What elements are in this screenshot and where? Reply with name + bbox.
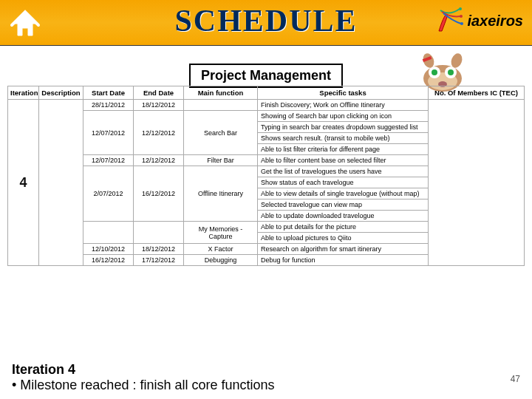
svg-point-9 <box>448 69 454 75</box>
col-main-function: Main function <box>184 86 258 100</box>
brand-text: iaxeiros <box>467 13 523 30</box>
footer-heading: Iteration 4 <box>12 362 275 378</box>
start-date-cell: 28/11/2012 <box>83 100 134 111</box>
col-start-date: Start Date <box>83 86 134 100</box>
home-icon[interactable] <box>6 3 44 41</box>
col-description: Description <box>39 86 83 100</box>
page-number: 47 <box>511 374 520 384</box>
col-iteration: Iteration <box>8 86 39 100</box>
task-cell: Able to upload pictures to Qiito <box>258 233 429 244</box>
start-date-cell: 12/07/2012 <box>83 111 134 155</box>
end-date-cell: 16/12/2012 <box>134 166 184 222</box>
footer-notes: Iteration 4 • Milestone reached : finish… <box>12 362 275 393</box>
end-date-cell: 18/12/2012 <box>134 100 184 111</box>
task-cell: Shows search result. (transit to mobile … <box>258 133 429 144</box>
task-cell: Research on algorithm for smart itinerar… <box>258 244 429 255</box>
start-date-cell: 12/10/2012 <box>83 244 134 255</box>
task-cell: Able to put details for the picture <box>258 222 429 233</box>
task-cell: Able to list filter criteria for differe… <box>258 144 429 155</box>
col-members: No. Of Members IC (TEC) <box>429 86 525 100</box>
task-cell: Debug for function <box>258 255 429 266</box>
iteration-cell: 4 <box>8 100 39 266</box>
task-cell: Able to view details of single travelogu… <box>258 188 429 200</box>
task-cell: Able to filter content base on selected … <box>258 155 429 166</box>
main-function-cell: Filter Bar <box>184 155 258 166</box>
svg-point-1 <box>459 7 462 10</box>
footer-bullet: • Milestone reached : finish all core fu… <box>12 378 275 393</box>
table-header-row: Iteration Description Start Date End Dat… <box>8 86 525 100</box>
main-function-cell: Debugging <box>184 255 258 266</box>
task-cell: Showing of Search bar upon clicking on i… <box>258 111 429 122</box>
brand-logo: iaxeiros <box>434 6 523 35</box>
svg-point-8 <box>432 69 437 75</box>
task-cell: Typing in search bar creates dropdown su… <box>258 122 429 133</box>
start-date-cell: 16/12/2012 <box>83 255 134 266</box>
table-row: 428/11/201218/12/2012Finish Discovery; W… <box>8 100 525 111</box>
end-date-cell: 17/12/2012 <box>134 255 184 266</box>
main-function-cell: Offline Itinerary <box>184 166 258 222</box>
footer-bullet-text: Milestone reached : finish all core func… <box>20 378 274 392</box>
task-cell: Able to update downloaded travelogue <box>258 211 429 222</box>
task-cell: Selected travelogue can view map <box>258 200 429 211</box>
col-specific-tasks: Specific tasks <box>258 86 429 100</box>
page-title: SCHEDULE <box>174 3 357 38</box>
description-cell <box>39 100 83 266</box>
main-function-cell: My Memories - Capture <box>184 222 258 244</box>
start-date-cell <box>83 222 134 244</box>
svg-point-3 <box>460 22 463 25</box>
end-date-cell: 18/12/2012 <box>134 244 184 255</box>
main-function-cell: X Factor <box>184 244 258 255</box>
callout-label: Project Management <box>201 68 331 83</box>
start-date-cell: 2/07/2012 <box>83 166 134 222</box>
end-date-cell: 12/12/2012 <box>134 111 184 155</box>
end-date-cell <box>134 222 184 244</box>
schedule-table: Iteration Description Start Date End Dat… <box>7 86 525 266</box>
table-body: 428/11/201218/12/2012Finish Discovery; W… <box>8 100 525 266</box>
task-cell: Finish Discovery; Work on Offline Itiner… <box>258 100 429 111</box>
members-cell <box>429 100 525 266</box>
header: SCHEDULE iaxeiros <box>0 0 532 46</box>
main-function-cell <box>184 100 258 111</box>
end-date-cell: 12/12/2012 <box>134 155 184 166</box>
schedule-table-wrap: Iteration Description Start Date End Dat… <box>7 86 525 266</box>
start-date-cell: 12/07/2012 <box>83 155 134 166</box>
main-function-cell: Search Bar <box>184 111 258 155</box>
task-cell: Show status of each travelogue <box>258 177 429 188</box>
task-cell: Get the list of travelogues the users ha… <box>258 166 429 177</box>
svg-point-2 <box>460 15 463 18</box>
callout-box: Project Management <box>189 64 343 88</box>
brand-mark-icon <box>434 6 464 35</box>
col-end-date: End Date <box>134 86 184 100</box>
